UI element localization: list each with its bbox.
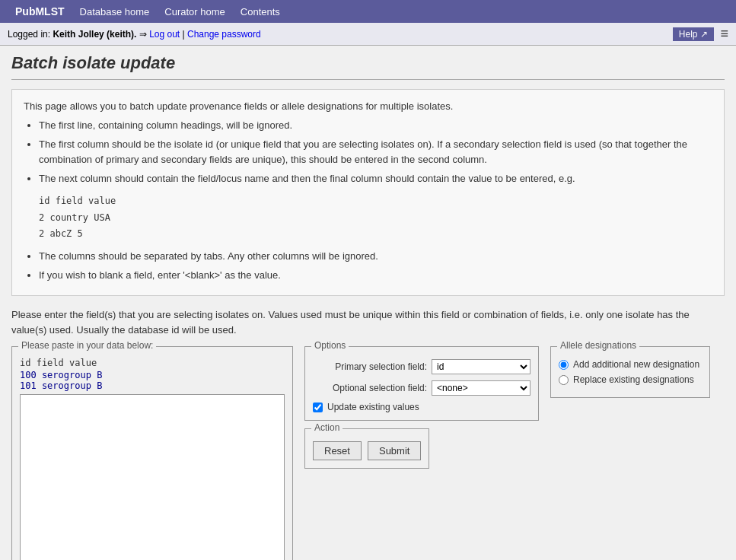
login-prefix: Logged in: [8,29,53,40]
brand-logo[interactable]: PubMLST [8,2,72,21]
login-info: Logged in: Keith Jolley (keith). ⇒ Log o… [8,29,261,40]
intro-section: This page allows you to batch update pro… [11,89,725,296]
intro-bullet-5: If you wish to blank a field, enter '<bl… [39,268,712,284]
optional-field-select[interactable]: <none> id name [432,380,530,396]
allele-section: Allele designations Add additional new d… [550,346,710,398]
form-area: Please paste in your data below: id fiel… [11,346,725,560]
action-legend: Action [311,422,343,433]
optional-field-row: Optional selection field: <none> id name [313,380,530,396]
nav-curator-home[interactable]: Curator home [157,2,232,21]
reset-button[interactable]: Reset [313,441,362,460]
allele-radio-add[interactable] [559,360,569,370]
intro-bullets: The first line, containing column headin… [39,118,712,187]
help-button[interactable]: Help ↗ [673,27,715,41]
nav-database-home[interactable]: Database home [72,2,158,21]
paste-header: id field value [20,358,285,368]
nav-contents[interactable]: Contents [233,2,288,21]
update-existing-row: Update existing values [313,402,530,412]
intro-bullet-3: The next column should contain the field… [39,171,712,187]
allele-legend: Allele designations [557,340,639,351]
allele-radio-replace[interactable] [559,375,569,385]
intro-bullet-2: The first column should be the isolate i… [39,137,712,169]
external-link-icon: ↗ [700,29,708,40]
top-navigation: PubMLST Database home Curator home Conte… [0,0,736,23]
options-section: Options Primary selection field: id name… [304,346,539,421]
intro-bullet-4: The columns should be separated by tabs.… [39,249,712,265]
bottom-text: Please enter the field(s) that you are s… [11,307,725,337]
allele-radio-row-1: Add additional new designation [559,359,702,370]
login-bar: Logged in: Keith Jolley (keith). ⇒ Log o… [0,23,736,46]
action-section: Action Reset Submit [304,428,429,469]
code-example: id field value 2 country USA 2 abcZ 5 [39,193,712,243]
allele-radio-add-label: Add additional new designation [573,359,699,370]
update-existing-label: Update existing values [327,402,419,412]
submit-button[interactable]: Submit [368,441,421,460]
paste-data-line-2: 101 serogroup B [20,380,285,391]
page-title: Batch isolate update [11,53,725,80]
paste-textarea[interactable] [20,394,285,560]
code-line-2: 2 country USA [39,210,712,227]
update-existing-checkbox[interactable] [313,402,323,412]
paste-data-line-1: 100 serogroup B [20,370,285,380]
logout-link[interactable]: Log out [149,29,180,40]
intro-bullets-2: The columns should be separated by tabs.… [39,249,712,284]
paste-section: Please paste in your data below: id fiel… [11,346,293,560]
login-separator: ⇒ [139,29,147,40]
options-legend: Options [311,340,349,351]
allele-radio-replace-label: Replace existing designations [573,374,694,385]
primary-field-select[interactable]: id name alias [432,359,530,374]
intro-text: This page allows you to batch update pro… [24,99,712,115]
intro-bullet-1: The first line, containing column headin… [39,118,712,134]
code-line-3: 2 abcZ 5 [39,226,712,243]
optional-field-label: Optional selection field: [313,383,427,393]
paste-legend: Please paste in your data below: [18,340,156,351]
page-content: Batch isolate update This page allows yo… [0,46,736,560]
change-password-link[interactable]: Change password [187,29,261,40]
right-column: Options Primary selection field: id name… [304,346,708,476]
primary-field-label: Primary selection field: [313,361,427,372]
right-controls: Help ↗ ≡ [673,26,728,42]
allele-radio-row-2: Replace existing designations [559,374,702,385]
primary-field-row: Primary selection field: id name alias [313,359,530,374]
logged-in-user: Keith Jolley (keith). [53,29,139,40]
hamburger-menu[interactable]: ≡ [720,26,728,42]
code-line-1: id field value [39,193,712,210]
